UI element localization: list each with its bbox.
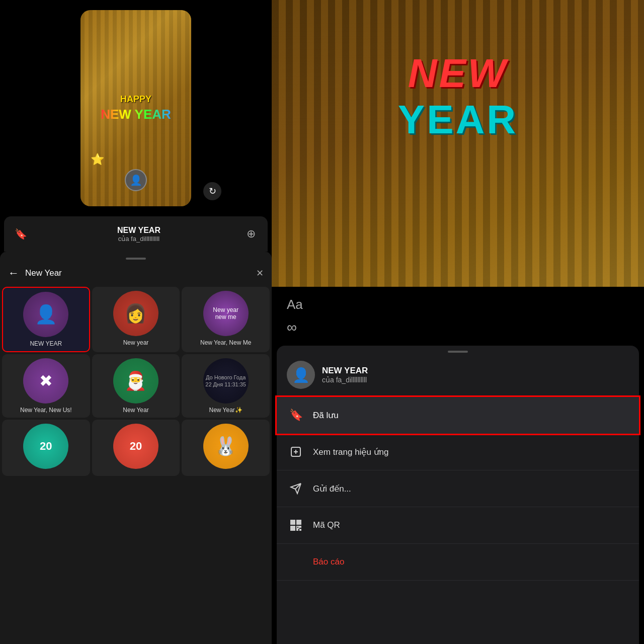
filter-title: NEW YEAR: [35, 226, 243, 235]
right-filter-name: NEW YEAR của fa_dillllllllll: [322, 366, 368, 384]
back-button[interactable]: ←: [8, 267, 19, 280]
bottom-sheet: ← New Year ✕ 👤 NEW YEAR 👩 New year: [0, 252, 272, 644]
filter-item-new-year-us[interactable]: ✖ New Year, New Us!: [2, 354, 90, 418]
view-effect-icon: [287, 443, 305, 461]
preview-newyear-text: NEW YEAR: [101, 107, 171, 122]
aa-label[interactable]: Aa: [287, 297, 629, 312]
filter-thumb-4: ✖: [23, 358, 68, 404]
filter-thumb-2: 👩: [113, 291, 158, 336]
report-label: Báo cáo: [313, 557, 344, 567]
right-bottom-sheet: 👤 NEW YEAR của fa_dillllllllll 🔖 Đã lưu: [277, 346, 639, 644]
send-to-icon: [287, 479, 305, 498]
preview-card: HAPPY NEW YEAR ⭐ 👤: [80, 10, 191, 206]
filter-grid: 👤 NEW YEAR 👩 New year New yearnew me New…: [0, 287, 272, 476]
large-preview: NEW YEAR: [272, 0, 644, 287]
filter-label-5: New Year: [123, 407, 148, 414]
right-filter-avatar: 👤: [287, 361, 315, 389]
action-list: 🔖 Đã lưu Xem trang hiệu ứng: [277, 397, 639, 581]
svg-rect-11: [292, 521, 294, 523]
filter-info-bar: 🔖 NEW YEAR của fa_dillllllllll ⊕: [4, 216, 268, 252]
filter-thumb-7: 20: [23, 424, 68, 469]
action-qr-code[interactable]: Mã QR: [277, 507, 639, 544]
preview-happy-text: HAPPY: [120, 94, 151, 105]
large-new-text: NEW: [302, 50, 614, 97]
filter-thumb-3: New yearnew me: [203, 291, 249, 336]
left-panel: HAPPY NEW YEAR ⭐ 👤 ↻ 🔖 NEW YEAR của fa_d…: [0, 0, 272, 644]
svg-rect-12: [298, 521, 300, 523]
infinity-label: ∞: [287, 319, 629, 336]
filter-item-new-year-2[interactable]: 👩 New year: [92, 287, 180, 352]
filter-item-santa[interactable]: 🎅 New Year: [92, 354, 180, 418]
filter-label-1: NEW YEAR: [30, 340, 62, 347]
svg-rect-8: [300, 526, 301, 527]
filter-item-dark-ny[interactable]: До Нового Года22 Дня 11:31:35 New Year✨: [182, 354, 270, 418]
sheet-handle: [126, 258, 146, 260]
filter-item-new-year-1[interactable]: 👤 NEW YEAR: [2, 287, 90, 352]
filter-item-2020a[interactable]: 20: [2, 420, 90, 476]
camera-preview: HAPPY NEW YEAR ⭐ 👤 ↻: [0, 0, 272, 216]
filter-thumb-9: 🐰: [203, 424, 249, 469]
view-effect-label: Xem trang hiệu ứng: [313, 447, 388, 457]
action-send-to[interactable]: Gửi đến...: [277, 470, 639, 507]
filter-label-2: New year: [123, 339, 149, 346]
text-input-area: Aa ∞: [272, 287, 644, 346]
filter-thumb-8: 20: [113, 424, 158, 469]
send-to-label: Gửi đến...: [313, 484, 351, 494]
qr-code-icon: [287, 516, 305, 534]
right-filter-title: NEW YEAR: [322, 366, 368, 376]
saved-label: Đã lưu: [313, 410, 339, 421]
search-bar: ← New Year ✕: [0, 267, 272, 280]
saved-icon: 🔖: [287, 406, 305, 424]
preview-stars: ⭐: [91, 153, 104, 166]
filter-item-new-year-me[interactable]: New yearnew me New Year, New Me: [182, 287, 270, 352]
svg-rect-9: [297, 529, 298, 530]
add-effect-icon[interactable]: ⊕: [243, 225, 260, 243]
action-saved[interactable]: 🔖 Đã lưu: [277, 397, 639, 434]
report-icon: [287, 553, 305, 571]
filter-label-4: New Year, New Us!: [20, 407, 72, 414]
filter-name-bar: NEW YEAR của fa_dillllllllll: [35, 226, 243, 243]
filter-label-3: New Year, New Me: [200, 339, 251, 346]
right-filter-subtitle: của fa_dillllllllll: [322, 376, 368, 384]
action-view-effect[interactable]: Xem trang hiệu ứng: [277, 434, 639, 470]
filter-thumb-6: До Нового Года22 Дня 11:31:35: [203, 358, 249, 404]
filter-subtitle: của fa_dillllllllll: [35, 235, 243, 243]
filter-item-2020b[interactable]: 20: [92, 420, 180, 476]
refresh-button[interactable]: ↻: [203, 182, 221, 200]
right-sheet-handle: [448, 351, 468, 353]
right-filter-info: 👤 NEW YEAR của fa_dillllllllll: [277, 361, 639, 397]
qr-code-label: Mã QR: [313, 520, 340, 530]
bookmark-icon[interactable]: 🔖: [12, 225, 29, 243]
clear-search-button[interactable]: ✕: [256, 268, 264, 279]
filter-thumb-5: 🎅: [113, 358, 158, 404]
filter-label-6: New Year✨: [209, 407, 242, 414]
search-input[interactable]: New Year: [25, 268, 251, 278]
large-new-year-text: NEW YEAR: [302, 50, 614, 143]
filter-item-bunny[interactable]: 🐰: [182, 420, 270, 476]
preview-avatar: 👤: [125, 169, 147, 191]
svg-rect-7: [297, 526, 299, 528]
action-report[interactable]: Báo cáo: [277, 544, 639, 581]
large-year-text: YEAR: [302, 97, 614, 143]
svg-rect-13: [292, 527, 294, 529]
filter-thumb-1: 👤: [23, 292, 68, 337]
svg-rect-10: [300, 529, 301, 530]
right-panel: NEW YEAR Aa ∞ 👤 NEW YEAR của fa_dillllll…: [272, 0, 644, 644]
